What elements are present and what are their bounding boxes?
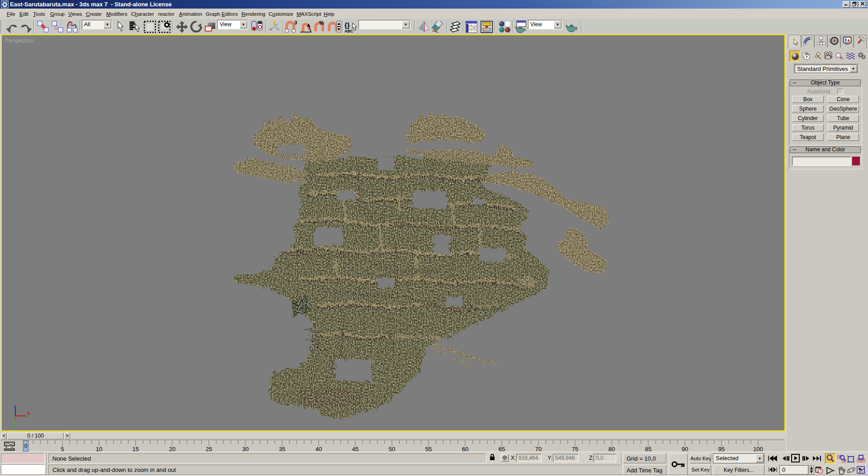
svg-text:80: 80: [609, 446, 615, 452]
svg-text:ABC: ABC: [344, 29, 354, 33]
svg-text:%: %: [319, 20, 324, 26]
svg-text:85: 85: [645, 446, 651, 452]
svg-text:15: 15: [132, 446, 139, 452]
svg-text:20: 20: [169, 446, 175, 452]
svg-text:100: 100: [753, 446, 763, 452]
svg-text:x: x: [27, 410, 30, 415]
svg-text:65: 65: [499, 446, 505, 452]
svg-text:5: 5: [61, 446, 64, 452]
svg-text:z: z: [14, 405, 17, 409]
svg-text:25: 25: [206, 446, 212, 452]
svg-text:10: 10: [96, 446, 102, 452]
svg-text:30: 30: [242, 446, 249, 452]
svg-text:35: 35: [279, 446, 285, 452]
svg-text:75: 75: [572, 446, 578, 452]
svg-text:y: y: [14, 421, 17, 427]
svg-text:95: 95: [718, 446, 725, 452]
svg-text:90: 90: [682, 446, 688, 452]
svg-text:40: 40: [316, 446, 322, 452]
svg-text:60: 60: [462, 446, 468, 452]
svg-text:{}: {}: [344, 21, 350, 29]
svg-text:50: 50: [389, 446, 395, 452]
svg-text:45: 45: [352, 446, 359, 452]
svg-text:55: 55: [425, 446, 432, 452]
svg-text:70: 70: [535, 446, 542, 452]
svg-text:3: 3: [294, 20, 297, 25]
